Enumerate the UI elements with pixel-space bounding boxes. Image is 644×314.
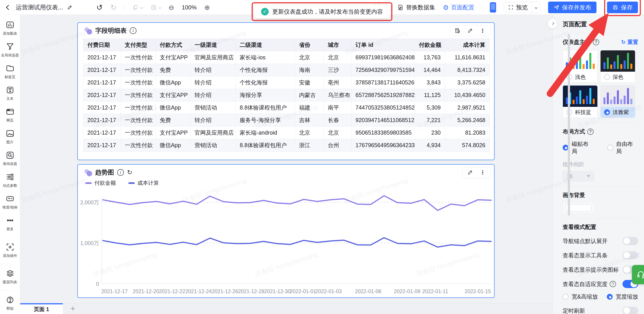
text-icon [6,85,15,96]
page-config-button[interactable]: ⚙ 页面配置 [443,3,474,11]
theme-label-row: 淡雅紫 [600,107,635,118]
sidebar-item-text[interactable]: 文本 [0,85,20,101]
canvas-bg-color-picker[interactable] [563,203,594,213]
scale-option-宽&高缩放[interactable]: 宽&高缩放 [563,293,598,300]
toggle-switch[interactable] [622,251,638,259]
frame-icon [150,4,157,11]
sidebar-item-tab-page[interactable]: 标签页 [0,64,20,79]
layout-option-自由布局[interactable]: 自由布局 [607,140,638,155]
spacing-label: 组件间距 [563,161,638,168]
top-toolbar: 运营测试用仪表... ↺ ↻ ⊖ 100% ⊕ ✓ 更新仪表盘成功，请及时发布当… [0,0,644,15]
theme-radio[interactable] [604,74,610,80]
scale-option-宽度缩放[interactable]: 宽度缩放 [607,293,638,300]
table-cell: 个性化海报 [236,64,295,76]
zoom-in-button[interactable]: ⊕ [204,3,210,11]
column-header[interactable]: 二级渠道 [236,39,295,51]
column-header[interactable]: 支付类型 [120,39,156,51]
layout-option-磁贴布局[interactable]: 磁贴布局 [563,140,594,155]
sidebar-item-label: 查询容器 [3,162,17,166]
timed-refresh-toggle[interactable] [622,307,638,314]
tab-page-1[interactable]: 页面 1 [20,303,63,314]
column-header[interactable]: 省份 [295,39,324,51]
help-icon [6,295,15,306]
sidebar-item-global-filter[interactable]: 全局筛选器 [0,42,20,58]
widget-decoration-icon [84,27,92,34]
sidebar-divider [0,264,14,264]
replace-dataset-button[interactable]: 替换数据集 [397,3,435,11]
back-button[interactable] [7,5,10,9]
column-header[interactable]: 付款方式 [156,39,190,51]
help-icon[interactable]: ? [610,281,616,287]
table-row: 2021-12-17一次性付款免费转介绍服务号-海报分享吉林长春92039471… [83,114,490,127]
timed-refresh-label: 定时刷新 [563,307,585,314]
theme-option-深色[interactable]: 深色 [600,50,635,83]
mobile-preview-icon[interactable] [490,2,496,12]
zoom-out-button[interactable]: ⊖ [168,3,174,11]
info-icon[interactable]: i [130,27,136,34]
add-page-button[interactable]: + [63,303,83,314]
webpage-icon [6,107,15,117]
table-cell: 2021-12-17 [83,127,121,139]
sidebar-item-label: 图层列表 [3,280,17,285]
preview-button[interactable]: 预览 [504,2,540,13]
table-cell: 台州 [324,139,351,152]
column-header[interactable]: 一级渠道 [190,39,236,51]
table-cell: 2021-12-17 [83,139,121,152]
edit-widget-button[interactable] [467,27,473,34]
x-axis-tick: 2022-01-11 [422,289,448,294]
panel-title: 页面配置 [563,20,638,28]
widget-menu-button[interactable] [480,27,486,34]
column-header[interactable]: 订单 id [351,39,415,51]
save-button[interactable]: 保存 [607,1,638,13]
theme-reset-button[interactable]: ↻重置 [621,38,638,46]
success-toast: ✓ 更新仪表盘成功，请及时发布当前变更内容 [254,5,390,18]
x-axis-tick: 2021-12-24 [185,289,212,294]
radio-label: 自由布局 [616,140,638,155]
sidebar-item-layer-list[interactable]: 图层列表 [0,269,20,285]
sidebar-item-query-container[interactable]: 查询容器 [0,150,20,166]
radio-label: 磁贴布局 [572,140,594,155]
theme-option-淡雅紫[interactable]: 淡雅紫 [600,85,635,118]
column-header[interactable]: 城市 [324,39,351,51]
sidebar-item-add-plugin[interactable]: 添加插件 [0,242,20,258]
column-header[interactable]: 成本计算 [445,39,490,51]
sidebar-item-add-chart[interactable]: 添加图表 [0,20,20,36]
copy-button[interactable] [132,4,143,11]
sidebar-item-dimension-metric[interactable]: 维度/指标 [0,194,20,210]
group-button[interactable] [150,4,161,11]
theme-label-row: 深色 [600,72,635,82]
help-icon[interactable]: ? [587,129,594,135]
rename-button[interactable] [67,4,72,10]
column-header[interactable]: 付费日期 [83,39,121,51]
canvas-scrollbar[interactable] [568,34,570,216]
theme-radio[interactable] [604,109,610,115]
column-header[interactable]: 付款金额 [415,39,445,51]
table-row: 2021-12-17一次性付款微信App营销活动8.8体验课程包用户浙江台州17… [83,139,490,152]
toggle-switch[interactable] [622,237,638,245]
table-cell: 长春 [324,114,351,127]
spacing-dropdown[interactable]: 16 [563,171,594,181]
panel-collapse-button[interactable] [548,18,558,28]
table-cell: 7256943290799751594 [351,64,415,76]
sidebar-item-dynamic-params[interactable]: 动态参数 [0,172,20,188]
table-cell: 9203947146511068512 [351,114,415,127]
sidebar-item-more[interactable]: 更多 [0,216,20,232]
setting-row: 导航锚点默认展开 [563,237,638,245]
sidebar-item-webpage[interactable]: 网页 [0,107,20,123]
table-cell: 安徽 [295,76,324,89]
help-icon[interactable]: ? [593,39,599,45]
table-widget-card[interactable]: 字段明细表 i 付费日期支付类型付款方式一级渠道二级渠道省份城市订单 id付款金… [77,22,494,160]
sidebar-item-help[interactable]: 帮助 [0,295,20,311]
support-float-button[interactable] [632,265,644,284]
trend-chart-card[interactable]: 趋势图 i ↻ 付款金额成本计算 01,000万2,000万2021-12-17… [77,164,494,298]
redo-button[interactable]: ↻ [110,3,117,11]
preview-dropdown[interactable] [532,2,540,13]
save-publish-button[interactable]: 保存并发布 [548,1,596,13]
table-filter-button[interactable] [454,27,461,34]
table-cell: 个性化海报 [236,76,295,89]
table-row: 2021-12-17一次性付款支付宝APP转介绍海报分享内蒙古乌兰察布65728… [83,89,490,101]
sidebar-item-image[interactable]: 图片 [0,129,20,145]
dashboard-canvas[interactable]: 字段明细表 i 付费日期支付类型付款方式一级渠道二级渠道省份城市订单 id付款金… [20,15,552,303]
table-cell: 230 [415,127,445,139]
undo-button[interactable]: ↺ [96,3,103,11]
